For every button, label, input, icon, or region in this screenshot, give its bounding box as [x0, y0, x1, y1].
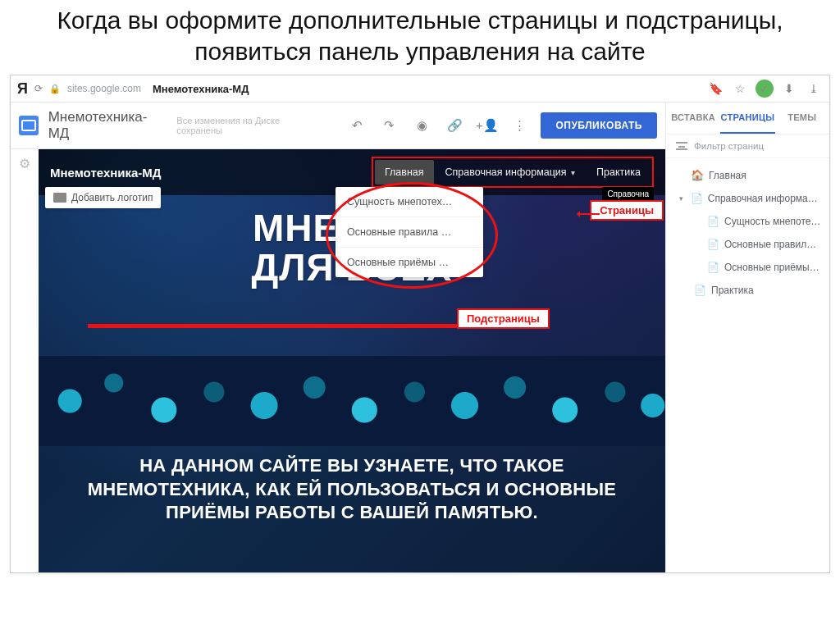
home-icon: 🏠 [691, 169, 704, 181]
site-nav: Главная Справочная информация ▾ Практика [372, 157, 654, 188]
annotation-tag-subpages: Подстраницы [457, 308, 550, 329]
hero-subtitle[interactable]: НА ДАННОМ САЙТЕ ВЫ УЗНАЕТЕ, ЧТО ТАКОЕ МН… [76, 454, 628, 525]
tree-label: Основные приёмы мне… [724, 262, 821, 273]
downloads-icon[interactable]: ⬇ [780, 80, 798, 98]
tree-item-child[interactable]: 📄 Основные правила мне… [674, 233, 824, 256]
nav-item-practice[interactable]: Практика [587, 160, 651, 185]
side-panel: ВСТАВКА СТРАНИЦЫ ТЕМЫ Фильтр страниц 🏠 Г… [665, 103, 829, 572]
shield-icon[interactable]: ✓ [756, 80, 774, 98]
address-bar: Я ⟳ 🔒 sites.google.com Мнемотехника-МД 🔖… [11, 75, 829, 103]
nav-item-label: Справочная информация [445, 166, 567, 178]
link-icon[interactable]: 🔗 [443, 118, 466, 133]
tree-item-home[interactable]: 🏠 Главная [674, 163, 824, 187]
nav-tooltip: Справочна [602, 187, 654, 201]
caret-down-icon: ▾ [678, 194, 686, 203]
document-name[interactable]: Мнемотехника-МД [48, 109, 167, 142]
browser-window: Я ⟳ 🔒 sites.google.com Мнемотехника-МД 🔖… [10, 75, 830, 573]
dropdown-item[interactable]: Основные правила … [336, 217, 483, 248]
tab-pages[interactable]: СТРАНИЦЫ [720, 103, 774, 134]
annotation-underline [88, 324, 493, 328]
image-icon [53, 193, 66, 203]
undo-icon[interactable]: ↶ [345, 118, 368, 133]
redo-icon[interactable]: ↷ [378, 118, 401, 133]
tab-title: Мнемотехника-МД [153, 83, 249, 95]
tree-label: Основные правила мне… [724, 239, 821, 250]
yandex-logo-icon: Я [17, 80, 28, 98]
tree-item-reference[interactable]: ▾ 📄 Справочная информация [674, 187, 824, 210]
tree-label: Главная [709, 170, 746, 181]
more-icon[interactable]: ⋮ [509, 118, 532, 133]
chevron-down-icon: ▾ [571, 168, 575, 177]
nav-item-home[interactable]: Главная [375, 160, 434, 185]
download-tray-icon[interactable]: ⤓ [805, 80, 823, 98]
filter-icon [676, 142, 687, 150]
lock-icon: 🔒 [49, 84, 61, 94]
page-canvas[interactable]: Мнемотехника-МД Главная Справочная инфор… [39, 149, 665, 572]
url-domain: sites.google.com [67, 83, 141, 94]
filter-row[interactable]: Фильтр страниц [666, 134, 829, 158]
add-user-icon[interactable]: +👤 [476, 118, 499, 133]
nav-dropdown: Сущность мнепотех… Основные правила … Ос… [336, 187, 483, 277]
dropdown-item[interactable]: Основные приёмы … [336, 248, 483, 277]
page-icon: 📄 [707, 239, 719, 250]
tree-item-child[interactable]: 📄 Основные приёмы мне… [674, 256, 824, 279]
page-icon: 📄 [691, 193, 703, 204]
preview-icon[interactable]: ◉ [411, 118, 434, 133]
tree-label: Справочная информация [708, 193, 821, 204]
page-icon: 📄 [707, 262, 719, 273]
tree-item-child[interactable]: 📄 Сущность мнепотехники [674, 210, 824, 233]
publish-button[interactable]: ОПУБЛИКОВАТЬ [541, 112, 657, 139]
page-icon: 📄 [694, 285, 706, 296]
sites-app-icon [19, 116, 39, 135]
annotation-arrow [578, 213, 600, 215]
tree-label: Практика [711, 285, 754, 296]
side-tabs: ВСТАВКА СТРАНИЦЫ ТЕМЫ [666, 103, 829, 134]
add-logo-label: Добавить логотип [71, 192, 153, 203]
pages-tree: 🏠 Главная ▾ 📄 Справочная информация 📄 Су… [666, 158, 829, 307]
dropdown-item[interactable]: Сущность мнепотех… [336, 187, 483, 217]
tree-item-practice[interactable]: 📄 Практика [674, 279, 824, 302]
reload-icon[interactable]: ⟳ [34, 83, 43, 94]
slide-title: Когда вы оформите дополнительные страниц… [0, 0, 840, 70]
site-title[interactable]: Мнемотехника-МД [50, 166, 162, 180]
decorative-dots [39, 356, 665, 446]
bookmark-icon[interactable]: 🔖 [706, 80, 724, 98]
tab-themes[interactable]: ТЕМЫ [775, 103, 829, 134]
add-logo-button[interactable]: Добавить логотип [45, 187, 161, 208]
app-toolbar: Мнемотехника-МД Все изменения на Диске с… [11, 103, 665, 149]
tree-label: Сущность мнепотехники [724, 216, 821, 227]
save-status: Все изменения на Диске сохранены [176, 116, 326, 135]
annotation-tag-pages: Страницы [590, 200, 664, 221]
star-icon[interactable]: ☆ [731, 80, 749, 98]
tab-insert[interactable]: ВСТАВКА [666, 103, 720, 134]
page-icon: 📄 [707, 216, 719, 227]
nav-item-reference[interactable]: Справочная информация ▾ [436, 160, 586, 185]
gear-icon[interactable]: ⚙ [19, 156, 30, 171]
filter-placeholder: Фильтр страниц [694, 141, 764, 151]
